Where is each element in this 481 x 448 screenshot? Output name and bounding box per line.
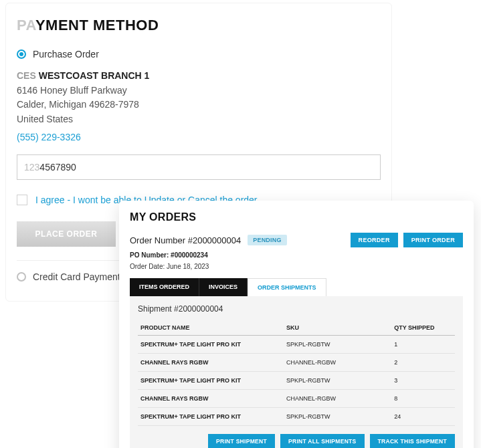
col-qty: QTY SHIPPED bbox=[391, 320, 455, 336]
payment-option-label: Purchase Order bbox=[33, 49, 99, 60]
cell-sku: SPKPL-RGBTW bbox=[284, 336, 391, 354]
status-badge: PENDING bbox=[248, 235, 286, 245]
shipment-title: Shipment #2000000004 bbox=[138, 304, 455, 314]
address-line-2: Calder, Michigan 49628-7978 bbox=[17, 98, 381, 112]
order-date-line: Order Date: June 18, 2023 bbox=[130, 263, 463, 270]
checkbox-unchecked-icon bbox=[17, 195, 27, 205]
tab-items-ordered[interactable]: ITEMS ORDERED bbox=[130, 278, 199, 296]
po-number-line: PO Number: #000000234 bbox=[130, 251, 463, 259]
cell-product-name: CHANNEL RAYS RGBW bbox=[138, 390, 284, 408]
payment-option-label: Credit Card Payment bbox=[33, 271, 120, 282]
cell-product-name: CHANNEL RAYS RGBW bbox=[138, 354, 284, 372]
col-product-name: PRODUCT NAME bbox=[138, 320, 284, 336]
tab-order-shipments[interactable]: ORDER SHIPMENTS bbox=[248, 278, 326, 296]
radio-unselected-icon bbox=[17, 272, 26, 282]
order-number: Order Number #2000000004 bbox=[130, 235, 241, 245]
cell-qty: 3 bbox=[391, 372, 455, 390]
po-number-input[interactable]: 1234567890 bbox=[17, 154, 381, 180]
my-orders-title: MY ORDERS bbox=[130, 211, 463, 223]
my-orders-panel: MY ORDERS Order Number #2000000004 PENDI… bbox=[119, 201, 474, 448]
payment-method-title: PAYMENT METHOD bbox=[17, 17, 381, 34]
address-country: United States bbox=[17, 112, 381, 127]
print-shipment-button[interactable]: PRINT SHIPMENT bbox=[208, 434, 275, 448]
cell-sku: CHANNEL-RGBW bbox=[284, 354, 391, 372]
col-sku: SKU bbox=[284, 320, 391, 336]
reorder-button[interactable]: REORDER bbox=[351, 233, 398, 247]
order-header-row: Order Number #2000000004 PENDING REORDER… bbox=[130, 233, 463, 247]
radio-selected-icon bbox=[17, 49, 26, 59]
cell-product-name: SPEKTRUM+ TAPE LIGHT PRO KIT bbox=[138, 372, 284, 390]
cell-qty: 24 bbox=[391, 408, 455, 426]
order-tabs: ITEMS ORDERED INVOICES ORDER SHIPMENTS bbox=[130, 278, 463, 296]
table-row: SPEKTRUM+ TAPE LIGHT PRO KITSPKPL-RGBTW3 bbox=[138, 372, 455, 390]
cell-qty: 8 bbox=[391, 390, 455, 408]
place-order-button[interactable]: PLACE ORDER bbox=[17, 221, 116, 247]
cell-product-name: SPEKTRUM+ TAPE LIGHT PRO KIT bbox=[138, 408, 284, 426]
table-row: SPEKTRUM+ TAPE LIGHT PRO KITSPKPL-RGBTW2… bbox=[138, 408, 455, 426]
table-row: SPEKTRUM+ TAPE LIGHT PRO KITSPKPL-RGBTW1 bbox=[138, 336, 455, 354]
cell-sku: SPKPL-RGBTW bbox=[284, 372, 391, 390]
company-name: CES WESTCOAST BRANCH 1 bbox=[17, 69, 381, 84]
cell-qty: 1 bbox=[391, 336, 455, 354]
table-row: CHANNEL RAYS RGBWCHANNEL-RGBW8 bbox=[138, 390, 455, 408]
print-all-shipments-button[interactable]: PRINT ALL SHIPMENTS bbox=[280, 434, 365, 448]
cell-sku: CHANNEL-RGBW bbox=[284, 390, 391, 408]
address-line-1: 6146 Honey Bluff Parkway bbox=[17, 84, 381, 98]
payment-option-purchase-order[interactable]: Purchase Order bbox=[17, 49, 381, 60]
track-shipment-button[interactable]: TRACK THIS SHIPMENT bbox=[370, 434, 455, 448]
billing-address: CES WESTCOAST BRANCH 1 6146 Honey Bluff … bbox=[17, 69, 381, 127]
print-order-button[interactable]: PRINT ORDER bbox=[403, 233, 463, 247]
shipment-table: PRODUCT NAME SKU QTY SHIPPED SPEKTRUM+ T… bbox=[138, 320, 455, 426]
cell-qty: 2 bbox=[391, 354, 455, 372]
cell-sku: SPKPL-RGBTW bbox=[284, 408, 391, 426]
shipment-section: Shipment #2000000004 PRODUCT NAME SKU QT… bbox=[130, 296, 463, 448]
cell-product-name: SPEKTRUM+ TAPE LIGHT PRO KIT bbox=[138, 336, 284, 354]
tab-invoices[interactable]: INVOICES bbox=[199, 278, 248, 296]
table-row: CHANNEL RAYS RGBWCHANNEL-RGBW2 bbox=[138, 354, 455, 372]
phone-link[interactable]: (555) 229-3326 bbox=[17, 132, 81, 142]
shipment-buttons: PRINT SHIPMENT PRINT ALL SHIPMENTS TRACK… bbox=[138, 434, 455, 448]
